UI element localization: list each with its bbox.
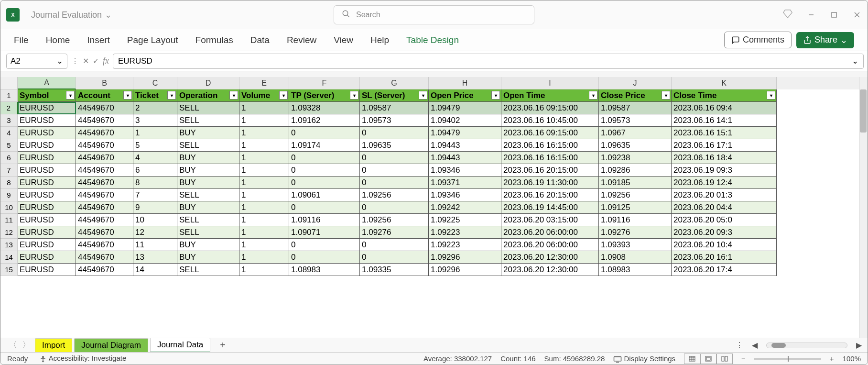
table-cell[interactable]: 2023.06.20 17:4 [672,264,777,276]
tab-data[interactable]: Data [250,35,270,45]
table-cell[interactable]: 1.09479 [429,102,501,114]
vertical-scrollbar[interactable] [859,77,868,338]
table-cell[interactable]: 0 [289,152,360,164]
table-cell[interactable]: 7 [133,189,177,201]
filter-dropdown-icon[interactable]: ▾ [66,91,75,100]
table-cell[interactable]: 1.09393 [599,239,672,251]
table-header-cell[interactable]: Close Time▾ [672,89,777,102]
display-settings[interactable]: Display Settings [613,354,675,363]
col-header-i[interactable]: I [501,77,599,89]
tab-page-layout[interactable]: Page Layout [127,35,178,45]
table-cell[interactable]: 0 [289,164,360,177]
table-cell[interactable]: 1 [239,114,289,127]
table-cell[interactable]: 44549670 [76,189,133,201]
table-cell[interactable]: EURUSD [18,139,76,152]
table-cell[interactable]: 2023.06.16 18:4 [672,152,777,164]
table-header-cell[interactable]: Close Price▾ [599,89,672,102]
table-cell[interactable]: 44549670 [76,127,133,139]
row-header[interactable]: 10 [0,201,18,214]
table-cell[interactable]: 2 [133,102,177,114]
table-cell[interactable]: 1.09256 [360,189,429,201]
table-cell[interactable]: 1 [239,177,289,189]
table-cell[interactable]: 1.09573 [360,114,429,127]
table-cell[interactable]: 1 [239,139,289,152]
cancel-icon[interactable]: ✕ [83,56,89,66]
table-cell[interactable]: 1.09587 [599,102,672,114]
table-cell[interactable]: 2023.06.20 04:4 [672,201,777,214]
table-cell[interactable]: 2023.06.20 16:1 [672,251,777,264]
diamond-icon[interactable] [782,9,793,21]
tab-review[interactable]: Review [287,35,316,45]
table-cell[interactable]: 1 [239,102,289,114]
document-title[interactable]: Journal Evaluation ⌄ [31,10,112,20]
search-box[interactable]: Search [334,5,534,24]
table-cell[interactable]: 2023.06.16 10:45:00 [501,114,599,127]
table-cell[interactable]: 2023.06.16 17:1 [672,139,777,152]
table-cell[interactable]: 1.0967 [599,127,672,139]
table-cell[interactable]: EURUSD [18,164,76,177]
filter-dropdown-icon[interactable]: ▾ [167,91,176,100]
table-cell[interactable]: 44549670 [76,251,133,264]
table-cell[interactable]: 11 [133,239,177,251]
next-sheet-button[interactable]: 〉 [20,340,33,350]
table-cell[interactable]: 0 [360,152,429,164]
filter-dropdown-icon[interactable]: ▾ [767,91,775,100]
table-cell[interactable]: 1.09587 [360,102,429,114]
table-cell[interactable]: 1.09276 [360,226,429,239]
table-cell[interactable]: 1.09225 [429,214,501,226]
table-cell[interactable]: 44549670 [76,114,133,127]
sheet-tab-journal-data[interactable]: Journal Data [150,338,210,353]
table-cell[interactable]: 44549670 [76,139,133,152]
tab-insert[interactable]: Insert [87,35,110,45]
tab-table-design[interactable]: Table Design [406,35,459,45]
table-cell[interactable]: 2023.06.20 10:4 [672,239,777,251]
table-cell[interactable]: 2023.06.20 06:00:00 [501,226,599,239]
sheet-tab-diagram[interactable]: Journal Diagram [74,338,148,352]
table-cell[interactable]: EURUSD [18,226,76,239]
row-header[interactable]: 3 [0,114,18,127]
table-cell[interactable]: 12 [133,226,177,239]
tab-formulas[interactable]: Formulas [195,35,233,45]
table-cell[interactable]: 44549670 [76,152,133,164]
col-header-h[interactable]: H [429,77,501,89]
table-header-cell[interactable]: Symbol▾ [18,89,76,102]
name-box[interactable]: A2 ⌄ [6,54,67,69]
row-header[interactable]: 7 [0,164,18,177]
table-cell[interactable]: 0 [289,239,360,251]
table-cell[interactable]: 1.09443 [429,139,501,152]
table-cell[interactable]: 2023.06.20 12:30:00 [501,264,599,276]
table-header-cell[interactable]: Ticket▾ [133,89,177,102]
table-cell[interactable]: EURUSD [18,251,76,264]
tab-help[interactable]: Help [370,35,389,45]
table-cell[interactable]: 2023.06.16 14:1 [672,114,777,127]
table-cell[interactable]: SELL [177,102,239,114]
table-cell[interactable]: 0 [289,177,360,189]
table-cell[interactable]: 1.09223 [429,226,501,239]
table-cell[interactable]: BUY [177,127,239,139]
table-cell[interactable]: 0 [360,251,429,264]
table-cell[interactable]: 2023.06.16 09:15:00 [501,102,599,114]
table-cell[interactable]: 2023.06.19 09:3 [672,164,777,177]
table-cell[interactable]: 1 [133,127,177,139]
zoom-level[interactable]: 100% [843,354,861,363]
table-cell[interactable]: 1.09223 [429,239,501,251]
filter-dropdown-icon[interactable]: ▾ [491,91,500,100]
col-header-j[interactable]: J [599,77,672,89]
table-header-cell[interactable]: Open Price▾ [429,89,501,102]
table-cell[interactable]: 1.09256 [360,214,429,226]
table-cell[interactable]: 2023.06.19 11:30:00 [501,177,599,189]
scroll-right-icon[interactable]: ▶ [856,341,862,350]
table-cell[interactable]: 1.09402 [429,114,501,127]
zoom-out-button[interactable]: − [741,354,746,363]
table-cell[interactable]: 44549670 [76,264,133,276]
table-cell[interactable]: SELL [177,114,239,127]
close-button[interactable] [852,10,862,20]
table-cell[interactable]: 1.09061 [289,189,360,201]
view-page-layout-button[interactable] [700,354,716,364]
view-normal-button[interactable] [684,354,700,364]
table-cell[interactable]: 1.09296 [429,264,501,276]
row-header[interactable]: 6 [0,152,18,164]
table-cell[interactable]: 44549670 [76,201,133,214]
row-header[interactable]: 13 [0,239,18,251]
table-cell[interactable]: 0 [289,127,360,139]
